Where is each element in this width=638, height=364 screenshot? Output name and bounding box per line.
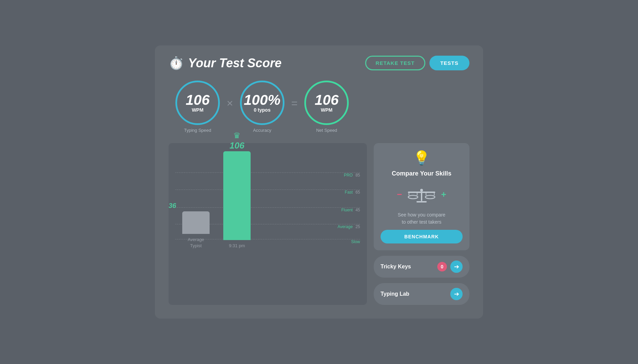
typing-speed-label: Typing Speed [184, 128, 211, 133]
tricky-keys-badge: 0 [437, 262, 447, 271]
multiply-operator: × [227, 97, 233, 110]
avg-bar [182, 211, 210, 234]
scores-row: 106 WPM Typing Speed × 100% 0 typos Accu… [169, 81, 469, 133]
title-icon: ⏱️ [169, 56, 184, 70]
svg-point-6 [425, 195, 435, 199]
tests-button[interactable]: TESTS [429, 56, 469, 70]
typing-lab-right: ➔ [450, 288, 463, 300]
typing-speed-unit: WPM [192, 107, 203, 113]
tricky-keys-row[interactable]: Tricky Keys 0 ➔ [374, 256, 469, 278]
plus-icon: + [441, 189, 446, 200]
compare-card: 💡 Compare Your Skills − [374, 143, 469, 250]
retake-test-button[interactable]: RETAKE TEST [365, 56, 425, 70]
accuracy-circle: 100% 0 typos [240, 81, 284, 125]
typing-speed-value: 106 [186, 93, 210, 107]
accuracy-label: Accuracy [253, 128, 271, 133]
typing-speed-item: 106 WPM Typing Speed [175, 81, 220, 133]
tricky-keys-arrow[interactable]: ➔ [450, 261, 463, 273]
accuracy-item: 100% 0 typos Accuracy [240, 81, 284, 133]
chart-wrapper: PRO 85 Fast 65 Fluent 45 Aver [175, 150, 360, 259]
header-buttons: RETAKE TEST TESTS [365, 56, 469, 70]
crown-icon: ♛ [233, 131, 241, 140]
user-bar [223, 151, 251, 240]
typing-lab-row[interactable]: Typing Lab ➔ [374, 283, 469, 305]
tricky-keys-label: Tricky Keys [381, 264, 411, 270]
equals-operator: = [291, 97, 298, 110]
accuracy-value: 100% [244, 93, 280, 107]
user-bar-value: 106 [229, 140, 244, 151]
compare-desc: See how you compare to other test takers [398, 211, 445, 226]
user-bar-label: 9:31 pm [229, 243, 245, 249]
typing-speed-circle: 106 WPM [175, 81, 220, 125]
typing-lab-arrow[interactable]: ➔ [450, 288, 463, 300]
benchmark-button[interactable]: BENCHMARK [381, 230, 463, 243]
avg-bar-group: 36 Average Typist [182, 211, 210, 249]
svg-rect-1 [421, 192, 422, 201]
scale-icon [406, 184, 437, 205]
main-container: ⏱️ Your Test Score RETAKE TEST TESTS 106… [155, 45, 483, 319]
typing-lab-label: Typing Lab [381, 291, 409, 297]
minus-icon: − [397, 189, 402, 200]
svg-point-9 [420, 189, 423, 192]
svg-point-3 [408, 195, 418, 199]
right-sidebar: 💡 Compare Your Skills − [374, 143, 469, 305]
net-speed-item: 106 WPM Net Speed [304, 81, 349, 133]
net-speed-unit: WPM [321, 107, 332, 113]
lightbulb-icon: 💡 [413, 150, 430, 166]
accuracy-subtext: 0 typos [254, 107, 270, 113]
chart-area: PRO 85 Fast 65 Fluent 45 Aver [169, 143, 367, 305]
header: ⏱️ Your Test Score RETAKE TEST TESTS [169, 56, 469, 70]
net-speed-circle: 106 WPM [304, 81, 349, 125]
net-speed-label: Net Speed [316, 128, 337, 133]
bars-container: 36 Average Typist ♛ 106 9:31 pm [175, 150, 360, 249]
net-speed-value: 106 [315, 93, 338, 107]
compare-title: Compare Your Skills [392, 170, 451, 177]
tricky-keys-right: 0 ➔ [437, 261, 463, 273]
page-title: Your Test Score [188, 56, 281, 70]
scale-icon-area: − [397, 184, 446, 205]
avg-bar-value: 36 [169, 202, 176, 210]
svg-rect-2 [416, 201, 427, 202]
avg-bar-label: Average Typist [188, 237, 204, 249]
title-area: ⏱️ Your Test Score [169, 56, 281, 70]
main-content: PRO 85 Fast 65 Fluent 45 Aver [169, 143, 469, 305]
user-bar-group: ♛ 106 9:31 pm [223, 151, 251, 249]
